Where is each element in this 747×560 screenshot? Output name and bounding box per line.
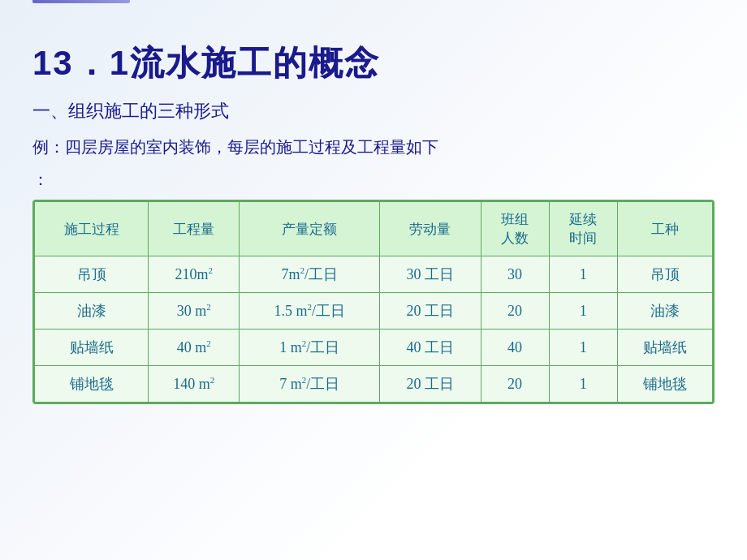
table-cell-0-1: 210m2 [149,256,240,293]
table-cell-3-3: 20 工日 [379,366,481,403]
table-cell-1-3: 20 工日 [379,293,481,330]
subtitle: 一、组织施工的三种形式 [32,99,715,123]
table-cell-2-5: 1 [549,330,617,366]
table-cell-0-5: 1 [549,256,617,293]
table-cell-0-3: 30 工日 [379,256,481,293]
table-cell-2-3: 40 工日 [379,330,481,366]
table-cell-2-4: 40 [481,330,549,366]
table-cell-0-4: 30 [481,256,549,293]
table-cell-3-4: 20 [481,366,549,403]
table-cell-3-5: 1 [549,366,617,403]
table-cell-1-4: 20 [481,293,549,330]
table-cell-1-6: 油漆 [617,293,712,330]
col-header-type: 工种 [617,202,712,256]
col-header-quantity: 工程量 [149,202,240,256]
table-cell-3-6: 铺地毯 [617,366,712,403]
table-cell-1-2: 1.5 m2/工日 [240,293,379,330]
page-title: 13．1流水施工的概念 [32,41,715,86]
data-table-wrapper: 施工过程 工程量 产量定额 劳动量 班组人数 延续时间 工种 吊顶210m27m… [32,200,715,404]
description-line2: ： [32,167,715,192]
table-row: 贴墙纸40 m21 m2/工日40 工日401贴墙纸 [35,330,713,366]
col-header-quota: 产量定额 [240,202,379,256]
table-cell-1-1: 30 m2 [149,293,240,330]
table-cell-2-1: 40 m2 [149,330,240,366]
col-header-process: 施工过程 [35,202,149,256]
table-cell-2-0: 贴墙纸 [35,330,149,366]
description-line1: 例：四层房屋的室内装饰，每层的施工过程及工程量如下 [32,135,715,159]
table-cell-3-0: 铺地毯 [35,366,149,403]
table-cell-1-5: 1 [549,293,617,330]
table-row: 吊顶210m27m2/工日30 工日301吊顶 [35,256,713,293]
table-cell-3-2: 7 m2/工日 [240,366,379,403]
table-cell-1-0: 油漆 [35,293,149,330]
construction-table: 施工过程 工程量 产量定额 劳动量 班组人数 延续时间 工种 吊顶210m27m… [34,201,713,403]
col-header-duration: 延续时间 [549,202,617,256]
table-cell-0-6: 吊顶 [617,256,712,293]
table-row: 铺地毯140 m27 m2/工日20 工日201铺地毯 [35,366,713,403]
table-header-row: 施工过程 工程量 产量定额 劳动量 班组人数 延续时间 工种 [35,202,713,256]
table-cell-0-0: 吊顶 [35,256,149,293]
table-cell-2-2: 1 m2/工日 [240,330,379,366]
table-cell-2-6: 贴墙纸 [617,330,712,366]
col-header-crew: 班组人数 [481,202,549,256]
table-cell-0-2: 7m2/工日 [240,256,379,293]
table-cell-3-1: 140 m2 [149,366,240,403]
table-row: 油漆30 m21.5 m2/工日20 工日201油漆 [35,293,713,330]
col-header-labor: 劳动量 [379,202,481,256]
